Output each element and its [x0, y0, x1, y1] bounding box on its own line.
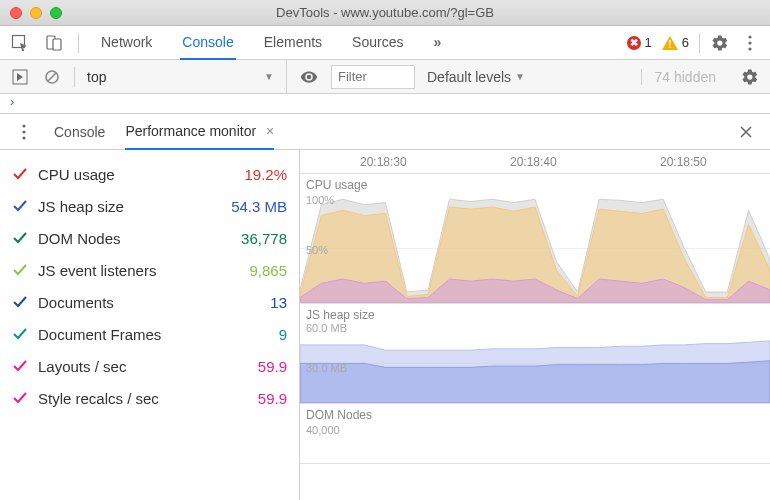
metric-row[interactable]: CPU usage19.2% — [12, 158, 287, 190]
chart-title: JS heap size — [306, 308, 375, 322]
zoom-window-icon[interactable] — [50, 7, 62, 19]
chevron-down-icon: ▼ — [515, 71, 525, 82]
checkmark-icon — [12, 166, 28, 182]
metric-value: 54.3 MB — [207, 198, 287, 215]
close-window-icon[interactable] — [10, 7, 22, 19]
metric-label: Documents — [38, 294, 197, 311]
svg-point-5 — [748, 41, 751, 44]
error-count: 1 — [645, 35, 652, 50]
drawer-tab-label: Performance monitor — [125, 123, 256, 139]
error-count-badge[interactable]: ✖ 1 — [627, 35, 652, 50]
filter-input[interactable] — [331, 65, 415, 89]
svg-rect-2 — [53, 39, 61, 50]
time-axis: 20:18:30 20:18:40 20:18:50 — [300, 150, 770, 174]
checkmark-icon — [12, 358, 28, 374]
metric-row[interactable]: DOM Nodes36,778 — [12, 222, 287, 254]
warning-count-badge[interactable]: ! 6 — [662, 35, 689, 50]
drawer-more-icon[interactable] — [14, 122, 34, 142]
metric-value: 9,865 — [207, 262, 287, 279]
metric-label: Layouts / sec — [38, 358, 197, 375]
drawer-tab-console[interactable]: Console — [54, 115, 105, 149]
metric-value: 13 — [207, 294, 287, 311]
minimize-window-icon[interactable] — [30, 7, 42, 19]
drawer-tab-performance-monitor[interactable]: Performance monitor × — [125, 114, 274, 150]
window-titlebar: DevTools - www.youtube.com/?gl=GB — [0, 0, 770, 26]
svg-line-9 — [48, 73, 56, 81]
close-tab-icon[interactable]: × — [266, 123, 274, 139]
y-tick: 30.0 MB — [306, 362, 347, 374]
tab-elements[interactable]: Elements — [262, 27, 324, 59]
checkmark-icon — [12, 230, 28, 246]
y-tick: 50% — [306, 244, 328, 256]
time-tick: 20:18:40 — [510, 155, 557, 169]
performance-monitor-panel: CPU usage19.2%JS heap size54.3 MBDOM Nod… — [0, 150, 770, 500]
svg-point-6 — [748, 47, 751, 50]
device-toolbar-icon[interactable] — [44, 33, 64, 53]
separator — [74, 67, 75, 87]
live-expression-icon[interactable] — [299, 67, 319, 87]
svg-point-10 — [22, 124, 25, 127]
window-title: DevTools - www.youtube.com/?gl=GB — [0, 5, 770, 20]
y-tick: 40,000 — [306, 424, 340, 436]
separator — [78, 33, 79, 53]
console-prompt[interactable]: › — [0, 94, 770, 114]
chart-title: DOM Nodes — [306, 408, 372, 422]
chart-area: 20:18:30 20:18:40 20:18:50 CPU usage 100… — [300, 150, 770, 500]
warning-count: 6 — [682, 35, 689, 50]
panel-tabs: Network Console Elements Sources » — [99, 27, 443, 59]
metric-row[interactable]: Documents13 — [12, 286, 287, 318]
metric-label: JS heap size — [38, 198, 197, 215]
metric-label: Document Frames — [38, 326, 197, 343]
svg-point-12 — [22, 136, 25, 139]
svg-point-4 — [748, 35, 751, 38]
svg-text:!: ! — [668, 39, 671, 50]
metric-row[interactable]: Document Frames9 — [12, 318, 287, 350]
context-selector[interactable]: top ▼ — [87, 60, 287, 93]
checkmark-icon — [12, 262, 28, 278]
metric-label: CPU usage — [38, 166, 197, 183]
metric-row[interactable]: Style recalcs / sec59.9 — [12, 382, 287, 414]
metric-label: DOM Nodes — [38, 230, 197, 247]
log-levels-label: Default levels — [427, 69, 511, 85]
metric-label: Style recalcs / sec — [38, 390, 197, 407]
settings-icon[interactable] — [710, 33, 730, 53]
svg-point-11 — [22, 130, 25, 133]
inspect-element-icon[interactable] — [10, 33, 30, 53]
metric-row[interactable]: Layouts / sec59.9 — [12, 350, 287, 382]
close-drawer-icon[interactable] — [736, 122, 756, 142]
tab-console[interactable]: Console — [180, 27, 235, 60]
clear-console-icon[interactable] — [42, 67, 62, 87]
checkmark-icon — [12, 294, 28, 310]
console-toolbar: top ▼ Default levels ▼ 74 hidden — [0, 60, 770, 94]
metric-row[interactable]: JS heap size54.3 MB — [12, 190, 287, 222]
error-icon: ✖ — [627, 36, 641, 50]
tab-network[interactable]: Network — [99, 27, 154, 59]
y-tick: 100% — [306, 194, 334, 206]
devtools-top-toolbar: Network Console Elements Sources » ✖ 1 !… — [0, 26, 770, 60]
chevron-down-icon: ▼ — [264, 71, 274, 82]
tab-sources[interactable]: Sources — [350, 27, 405, 59]
time-tick: 20:18:50 — [660, 155, 707, 169]
metric-label: JS event listeners — [38, 262, 197, 279]
checkmark-icon — [12, 326, 28, 342]
metric-value: 9 — [207, 326, 287, 343]
checkmark-icon — [12, 390, 28, 406]
context-label: top — [87, 69, 106, 85]
hidden-messages-count[interactable]: 74 hidden — [641, 69, 728, 85]
checkmark-icon — [12, 198, 28, 214]
metric-value: 36,778 — [207, 230, 287, 247]
toggle-sidebar-icon[interactable] — [10, 67, 30, 87]
metric-list: CPU usage19.2%JS heap size54.3 MBDOM Nod… — [0, 150, 300, 500]
time-tick: 20:18:30 — [360, 155, 407, 169]
more-options-icon[interactable] — [740, 33, 760, 53]
metric-value: 59.9 — [207, 358, 287, 375]
metric-row[interactable]: JS event listeners9,865 — [12, 254, 287, 286]
separator — [699, 33, 700, 53]
tab-overflow-icon[interactable]: » — [431, 27, 443, 59]
prompt-caret-icon: › — [10, 94, 14, 109]
log-levels-selector[interactable]: Default levels ▼ — [427, 69, 525, 85]
metric-value: 19.2% — [207, 166, 287, 183]
traffic-lights — [0, 7, 62, 19]
console-settings-icon[interactable] — [740, 67, 760, 87]
chart-dom-nodes: DOM Nodes 40,000 — [300, 404, 770, 464]
